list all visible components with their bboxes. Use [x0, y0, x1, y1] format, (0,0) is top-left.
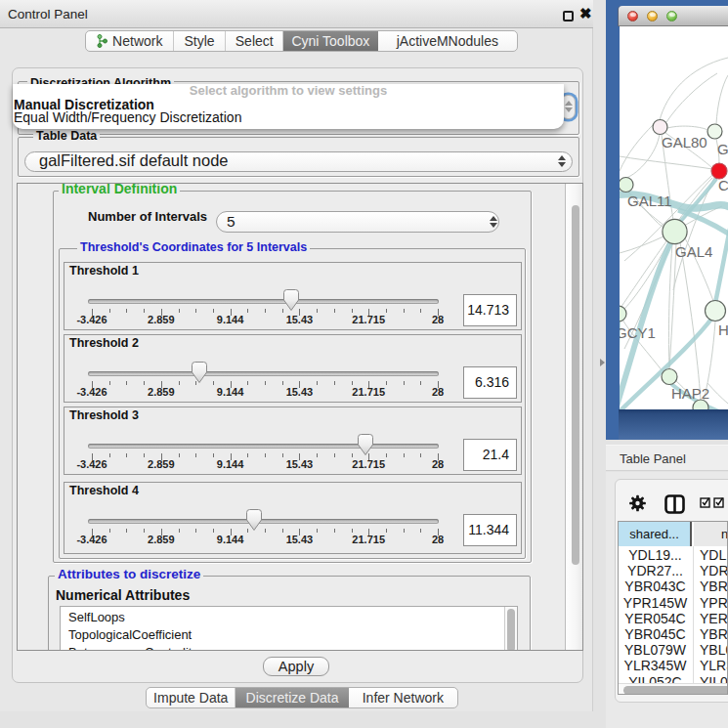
svg-text:GAL80: GAL80 [662, 134, 707, 150]
svg-text:GAL11: GAL11 [627, 193, 672, 209]
svg-text:GCY1: GCY1 [620, 324, 656, 341]
svg-text:HA: HA [718, 321, 728, 338]
svg-text:GAL1: GAL1 [717, 141, 728, 157]
svg-text:HAP2: HAP2 [671, 385, 709, 402]
svg-text:GAL4: GAL4 [675, 243, 712, 260]
svg-text:CY: CY [718, 177, 728, 193]
